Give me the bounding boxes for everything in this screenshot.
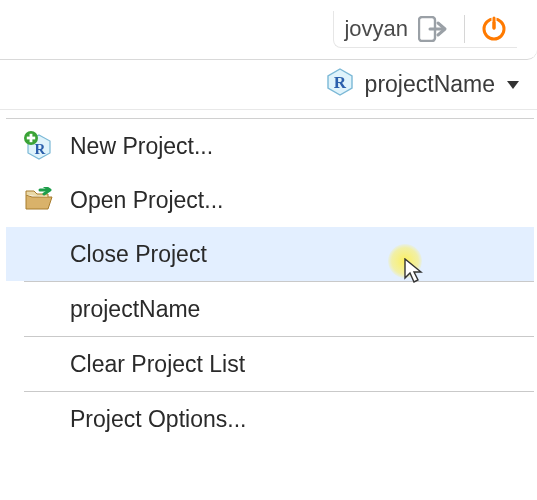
topbar-right: jovyan (333, 11, 517, 48)
menu-item-label: Project Options... (64, 406, 246, 433)
r-project-icon: R (325, 67, 355, 102)
menu-item-label: New Project... (64, 133, 213, 160)
menu-item-label: Open Project... (64, 187, 223, 214)
project-name-label: projectName (365, 71, 495, 98)
menu-item-label: projectName (64, 296, 200, 323)
svg-rect-11 (27, 137, 35, 140)
menu-item-clear-project-list[interactable]: Clear Project List (6, 337, 534, 391)
new-project-icon: R (24, 131, 64, 161)
menu-item-project-options[interactable]: Project Options... (6, 392, 534, 446)
username-label: jovyan (344, 16, 408, 42)
project-bar: R projectName (0, 60, 537, 110)
menu-item-recent-project[interactable]: projectName (6, 282, 534, 336)
topbar: jovyan (0, 0, 537, 60)
power-icon[interactable] (481, 16, 507, 42)
menu-item-label: Clear Project List (64, 351, 245, 378)
project-menu: R New Project... Open Project... Close P… (6, 118, 534, 446)
topbar-divider (464, 15, 465, 43)
menu-item-new-project[interactable]: R New Project... (6, 119, 534, 173)
menu-item-label: Close Project (64, 241, 207, 268)
project-dropdown[interactable]: R projectName (325, 67, 519, 102)
signout-icon[interactable] (418, 16, 448, 42)
menu-item-open-project[interactable]: Open Project... (6, 173, 534, 227)
svg-text:R: R (35, 141, 46, 157)
open-folder-icon (24, 187, 64, 213)
chevron-down-icon (507, 81, 519, 89)
svg-text:R: R (333, 73, 346, 92)
menu-item-close-project[interactable]: Close Project (6, 227, 534, 281)
